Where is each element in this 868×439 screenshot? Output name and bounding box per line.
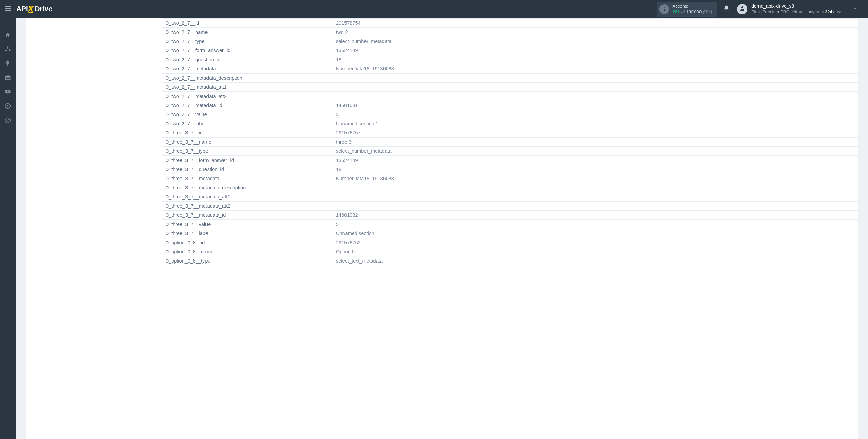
table-row: 0_option_0_8__nameOption 0 (162, 247, 858, 256)
hamburger-icon (4, 5, 12, 14)
field-value: NumberData18_19136088 (333, 174, 858, 183)
sidebar-item-home[interactable] (0, 28, 16, 43)
field-value: select_number_metadata (333, 37, 858, 46)
svg-point-8 (664, 7, 665, 8)
panel-right-column: 0_two_2_7__id2915787540_two_2_7__nametwo… (162, 18, 858, 439)
field-key: 0_two_2_7__metadata_att1 (162, 83, 333, 92)
field-value: Unnamed section 1 (333, 119, 858, 128)
field-value: 291578752 (333, 238, 858, 247)
sidebar-item-briefcase[interactable] (0, 71, 16, 85)
svg-rect-12 (5, 50, 7, 51)
field-value: select_number_metadata (333, 147, 858, 156)
field-key: 0_three_3_7__id (162, 128, 333, 138)
plan-line: Plan |Premium PRO| left until payment 32… (751, 9, 842, 15)
field-key: 0_option_0_8__id (162, 238, 333, 247)
notifications-button[interactable] (723, 5, 730, 13)
field-key: 0_two_2_7__type (162, 37, 333, 46)
field-key: 0_two_2_7__id (162, 19, 333, 28)
table-row: 0_three_3_7__question_id18 (162, 165, 858, 174)
actions-label: Actions: (672, 4, 712, 9)
actions-counter[interactable]: Actions: 261 of 100'000 (0%) (657, 2, 717, 17)
field-key: 0_two_2_7__metadata_att2 (162, 92, 333, 101)
table-row: 0_two_2_7__typeselect_number_metadata (162, 37, 858, 46)
question-icon (5, 117, 11, 125)
field-key: 0_three_3_7__metadata_att1 (162, 192, 333, 202)
sidebar-item-account[interactable] (0, 100, 16, 114)
field-key: 0_two_2_7__form_answer_id (162, 46, 333, 55)
chevron-down-icon (852, 6, 858, 13)
svg-rect-9 (664, 9, 665, 11)
table-row: 0_three_3_7__form_answer_id13524149 (162, 156, 858, 165)
data-table: 0_two_2_7__id2915787540_two_2_7__nametwo… (162, 18, 858, 266)
field-key: 0_three_3_7__name (162, 138, 333, 147)
table-row: 0_two_2_7__metadata_att2 (162, 92, 858, 101)
field-key: 0_three_3_7__metadata (162, 174, 333, 183)
field-value: 3 (333, 110, 858, 119)
field-key: 0_two_2_7__label (162, 119, 333, 128)
field-key: 0_two_2_7__name (162, 28, 333, 37)
sidebar-item-billing[interactable] (0, 57, 16, 71)
logo[interactable]: API X Drive (16, 5, 69, 14)
field-value: 18 (333, 55, 858, 64)
svg-text:X: X (27, 5, 34, 13)
field-key: 0_three_3_7__question_id (162, 165, 333, 174)
table-row: 0_two_2_7__nametwo 2 (162, 28, 858, 37)
table-row: 0_option_0_8__id291578752 (162, 238, 858, 247)
field-value: Option 0 (333, 247, 858, 256)
table-row: 0_three_3_7__metadata_description (162, 183, 858, 192)
field-key: 0_option_0_8__name (162, 247, 333, 256)
table-row: 0_option_0_8__typeselect_text_metadata (162, 256, 858, 266)
home-icon (5, 32, 11, 39)
field-key: 0_option_0_8__type (162, 256, 333, 266)
field-value: 18 (333, 165, 858, 174)
table-row: 0_two_2_7__form_answer_id13524149 (162, 46, 858, 55)
panel-left-column (26, 18, 162, 439)
svg-point-16 (7, 105, 9, 106)
field-value: NumberData18_19136088 (333, 64, 858, 74)
field-value (333, 83, 858, 92)
sidebar (0, 18, 16, 439)
table-row: 0_two_2_7__id291578754 (162, 19, 858, 28)
actions-text: Actions: 261 of 100'000 (0%) (672, 4, 712, 15)
logo-icon: API X Drive (16, 5, 69, 14)
user-circle-icon (5, 103, 11, 110)
svg-rect-13 (9, 50, 11, 51)
sitemap-icon (5, 46, 11, 54)
sidebar-item-help[interactable] (0, 114, 16, 128)
user-icon (739, 5, 745, 13)
field-value (333, 183, 858, 192)
main-content: 0_two_2_7__id2915787540_two_2_7__nametwo… (16, 18, 868, 439)
field-value: 13524149 (333, 46, 858, 55)
table-row: 0_three_3_7__metadata_att2 (162, 202, 858, 211)
table-row: 0_three_3_7__namethree 3 (162, 138, 858, 147)
user-menu[interactable]: demo_apix-drive_s3 Plan |Premium PRO| le… (737, 3, 865, 15)
dollar-icon (5, 60, 11, 68)
field-value (333, 202, 858, 211)
field-key: 0_two_2_7__metadata (162, 64, 333, 74)
field-value (333, 74, 858, 83)
sidebar-item-connections[interactable] (0, 43, 16, 57)
table-row: 0_two_2_7__metadata_description (162, 74, 858, 83)
info-icon (659, 4, 669, 14)
table-row: 0_three_3_7__metadata_att1 (162, 192, 858, 202)
table-row: 0_three_3_7__metadataNumberData18_191360… (162, 174, 858, 183)
table-row: 0_three_3_7__labelUnnamed section 1 (162, 229, 858, 238)
field-value: three 3 (333, 138, 858, 147)
field-key: 0_two_2_7__metadata_description (162, 74, 333, 83)
user-text: demo_apix-drive_s3 Plan |Premium PRO| le… (751, 3, 842, 15)
field-key: 0_three_3_7__form_answer_id (162, 156, 333, 165)
actions-count: 261 (672, 9, 680, 14)
table-row: 0_two_2_7__metadata_att1 (162, 83, 858, 92)
field-value: 13524149 (333, 156, 858, 165)
field-key: 0_three_3_7__type (162, 147, 333, 156)
table-row: 0_two_2_7__question_id18 (162, 55, 858, 64)
svg-text:API: API (16, 5, 28, 13)
field-value: select_text_metadata (333, 256, 858, 266)
field-value (333, 92, 858, 101)
field-key: 0_two_2_7__metadata_id (162, 101, 333, 110)
field-key: 0_three_3_7__metadata_att2 (162, 202, 333, 211)
sidebar-item-video[interactable] (0, 85, 16, 100)
menu-toggle-button[interactable] (0, 0, 16, 18)
field-key: 0_three_3_7__metadata_description (162, 183, 333, 192)
field-value: 14601081 (333, 101, 858, 110)
